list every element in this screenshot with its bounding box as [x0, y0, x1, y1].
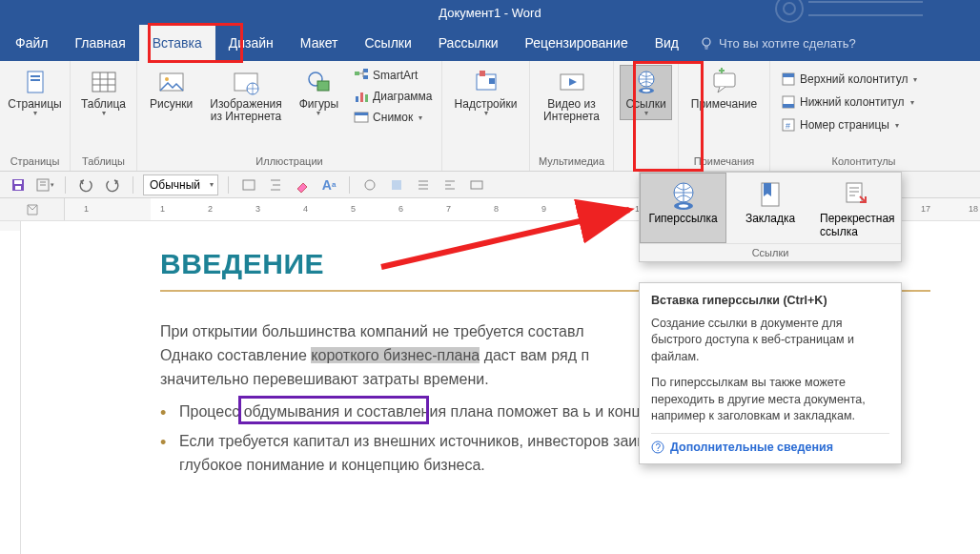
pagenum-button[interactable]: # Номер страницы▾: [776, 114, 951, 135]
save-icon: [10, 177, 26, 193]
svg-rect-39: [243, 180, 255, 190]
shapes-button[interactable]: Фигуры: [293, 65, 345, 128]
tellme-label: Что вы хотите сделать?: [719, 36, 856, 51]
pages-button[interactable]: Страницы: [6, 65, 64, 120]
qat-btn-4[interactable]: [386, 174, 407, 195]
online-video-button[interactable]: Видео из Интернета: [536, 65, 607, 126]
addins-icon: [472, 68, 500, 96]
undo-icon: [78, 177, 93, 193]
links-gallery-popup: Гиперссылка Закладка Перекрестная ссылка…: [639, 172, 902, 262]
svg-rect-42: [471, 181, 482, 189]
svg-rect-16: [356, 96, 358, 102]
video-icon: [558, 68, 586, 96]
svg-point-8: [165, 77, 169, 81]
tab-design[interactable]: Дизайн: [215, 25, 287, 61]
svg-rect-5: [31, 79, 40, 81]
chart-button[interactable]: Диаграмма: [349, 86, 437, 107]
qat-btn-5[interactable]: [413, 174, 434, 195]
tooltip-title: Вставка гиперссылки (Ctrl+K): [651, 293, 889, 310]
tab-file[interactable]: Файл: [2, 25, 61, 61]
hyperlink-icon: [667, 179, 700, 212]
qat-eraser[interactable]: [292, 174, 313, 195]
saveas-button[interactable]: ▾: [34, 174, 55, 195]
pagenum-icon: #: [781, 117, 796, 133]
qat-font[interactable]: Aa: [318, 174, 339, 195]
svg-rect-41: [392, 180, 401, 190]
svg-rect-28: [714, 73, 735, 87]
tab-mailings[interactable]: Рассылки: [425, 25, 512, 61]
saveas-icon: [35, 177, 51, 193]
footer-button[interactable]: Нижний колонтитул▾: [776, 92, 951, 113]
ruler-corner[interactable]: [0, 198, 65, 220]
picture-icon: [157, 68, 186, 96]
qat-btn-2[interactable]: [265, 174, 286, 195]
tab-references[interactable]: Ссылки: [351, 25, 424, 61]
tab-review[interactable]: Рецензирование: [512, 25, 642, 61]
svg-point-27: [643, 90, 650, 92]
chart-icon: [354, 89, 369, 104]
svg-rect-6: [92, 72, 115, 92]
style-selector[interactable]: Обычный▾: [143, 174, 218, 195]
vertical-ruler[interactable]: [0, 221, 21, 554]
header-icon: [781, 72, 796, 87]
bulb-icon: [700, 36, 713, 50]
svg-rect-47: [847, 183, 862, 202]
shapes-icon: [304, 68, 333, 96]
svg-rect-20: [355, 113, 368, 115]
smartart-button[interactable]: SmartArt: [349, 65, 437, 86]
eraser-icon: [295, 177, 310, 193]
crossref-icon: [841, 179, 873, 212]
tab-view[interactable]: Вид: [642, 25, 692, 61]
screenshot-button[interactable]: Снимок▾: [349, 107, 437, 128]
document-title: Документ1 - Word: [439, 6, 541, 20]
tell-me[interactable]: Что вы хотите сделать?: [700, 36, 856, 51]
tab-home[interactable]: Главная: [61, 25, 138, 61]
titlebar: Документ1 - Word: [0, 0, 980, 25]
links-group-label: Ссылки: [640, 243, 901, 261]
tab-insert[interactable]: Вставка: [139, 25, 215, 61]
page-icon: [22, 68, 49, 96]
tooltip-more-link[interactable]: ? Дополнительные сведения: [651, 433, 889, 457]
save-button[interactable]: [8, 174, 29, 195]
help-icon: ?: [651, 441, 664, 454]
svg-rect-18: [365, 94, 368, 102]
svg-rect-37: [15, 186, 21, 190]
addins-button[interactable]: Надстройки: [448, 65, 523, 120]
undo-button[interactable]: [75, 174, 96, 195]
globe-link-icon: [632, 68, 661, 96]
qat-btn-6[interactable]: [439, 174, 460, 195]
svg-rect-13: [355, 72, 359, 75]
tooltip-p1: Создание ссылки в документе для быстрого…: [651, 316, 889, 366]
header-button[interactable]: Верхний колонтитул▾: [776, 69, 951, 90]
svg-rect-15: [363, 75, 368, 79]
svg-point-2: [703, 38, 710, 46]
table-button[interactable]: Таблица: [76, 65, 131, 120]
svg-point-1: [784, 3, 795, 14]
crossref-button[interactable]: Перекрестная ссылка: [814, 173, 901, 243]
svg-rect-12: [317, 81, 329, 91]
tab-layout[interactable]: Макет: [287, 25, 352, 61]
links-button[interactable]: Ссылки: [620, 65, 672, 120]
footer-icon: [781, 94, 796, 110]
svg-point-45: [679, 204, 688, 208]
online-picture-icon: [232, 68, 260, 96]
comment-icon: [710, 68, 739, 96]
bookmark-icon: [754, 179, 786, 212]
qat-btn-7[interactable]: [466, 174, 487, 195]
qat-btn-3[interactable]: [359, 174, 380, 195]
svg-rect-4: [31, 75, 40, 77]
selected-text: короткого бизнес-плана: [311, 347, 480, 363]
ribbon: Страницы Страницы Таблица Таблицы Рисунк…: [0, 61, 980, 172]
bookmark-button[interactable]: Закладка: [726, 173, 813, 243]
svg-rect-17: [360, 92, 363, 102]
svg-rect-36: [14, 180, 22, 184]
pictures-button[interactable]: Рисунки: [143, 65, 199, 128]
comment-button[interactable]: Примечание: [684, 65, 764, 113]
svg-rect-22: [480, 71, 485, 76]
hyperlink-button[interactable]: Гиперссылка: [640, 173, 726, 243]
svg-point-40: [365, 180, 375, 190]
hyperlink-tooltip: Вставка гиперссылки (Ctrl+K) Создание сс…: [639, 282, 902, 464]
qat-btn-1[interactable]: [238, 174, 259, 195]
redo-button[interactable]: [102, 174, 123, 195]
online-pictures-button[interactable]: Изображения из Интернета: [203, 65, 288, 128]
